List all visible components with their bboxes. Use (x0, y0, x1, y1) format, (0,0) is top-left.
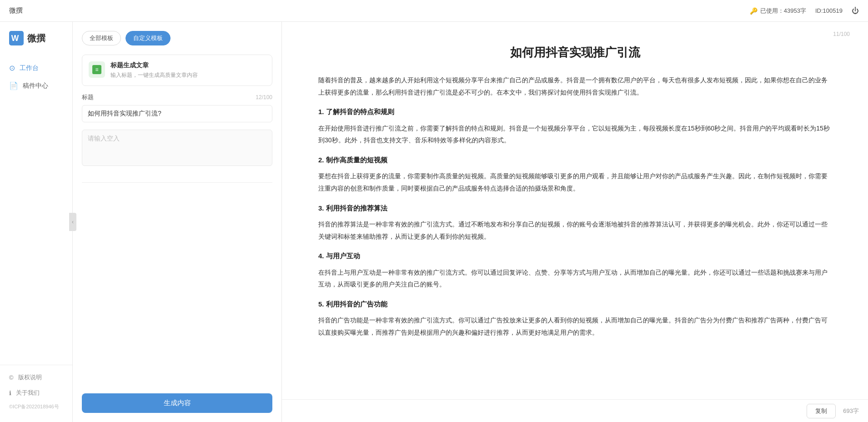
tab-custom[interactable]: 自定义模板 (125, 31, 171, 45)
section-heading-2: 2. 制作高质量的短视频 (318, 154, 832, 167)
copy-button[interactable]: 复制 (807, 404, 836, 418)
topbar-title: 微撰 (9, 6, 23, 15)
usage-info: 🔑 已使用：43953字 (750, 7, 806, 15)
workbench-icon: ⊙ (9, 64, 15, 72)
tab-all[interactable]: 全部模板 (82, 31, 121, 45)
tab-bar: 全部模板 自定义模板 (82, 31, 272, 45)
topbar-right: 🔑 已使用：43953字 ID:100519 ⏻ (750, 7, 859, 15)
left-panel: 全部模板 自定义模板 标题生成文章 输入标题，一键生成高质量文章内容 标题 12… (73, 22, 282, 422)
about-icon: ℹ (9, 390, 11, 397)
template-icon (89, 61, 105, 78)
title-input[interactable] (82, 105, 272, 122)
extra-placeholder[interactable]: 请输入空入 (82, 130, 272, 166)
key-icon: 🔑 (750, 7, 758, 15)
section-heading-4: 4. 与用户互动 (318, 250, 832, 263)
article-content: 11/100 如何用抖音实现推广引流 随着抖音的普及，越来越多的人开始利用这个短… (282, 22, 868, 399)
section-content-1: 在开始使用抖音进行推广引流之前，你需要了解抖音的特点和规则。抖音是一个短视频分享… (318, 122, 832, 146)
copyright-icon: © (9, 374, 14, 381)
title-label: 标题 (82, 93, 94, 101)
sidebar-item-drafts[interactable]: 📄 稿件中心 (0, 77, 72, 95)
right-panel: 11/100 如何用抖音实现推广引流 随着抖音的普及，越来越多的人开始利用这个短… (282, 22, 868, 422)
copyright-label: 版权说明 (18, 373, 42, 382)
intro-paragraph: 随着抖音的普及，越来越多的人开始利用这个短视频分享平台来推广自己的产品或服务。抖… (318, 74, 832, 98)
section-heading-5: 5. 利用抖音的广告功能 (318, 298, 832, 311)
template-desc: 输入标题，一键生成高质量文章内容 (110, 71, 266, 79)
title-count: 12/100 (256, 94, 272, 100)
title-label-row: 标题 12/100 (82, 93, 272, 101)
main-layout: W 微撰 ⊙ 工作台 📄 稿件中心 © 版权说明 ℹ 关于我们 ©ICP备202… (0, 22, 868, 422)
sidebar: W 微撰 ⊙ 工作台 📄 稿件中心 © 版权说明 ℹ 关于我们 ©ICP备202… (0, 22, 73, 422)
sidebar-item-label-workbench: 工作台 (20, 64, 39, 72)
template-info: 标题生成文章 输入标题，一键生成高质量文章内容 (110, 61, 266, 79)
logo-icon: W (9, 31, 24, 45)
section-content-3: 抖音的推荐算法是一种非常有效的推广引流方式。通过不断地发布和分享自己的短视频，你… (318, 218, 832, 242)
user-id: ID:100519 (815, 7, 843, 14)
section-content-5: 抖音的广告功能是一种非常有效的推广引流方式。你可以通过广告投放来让更多的人看到你… (318, 314, 832, 338)
template-icon-inner (92, 65, 101, 74)
collapse-toggle[interactable]: ‹ (69, 213, 76, 231)
section-content-4: 在抖音上与用户互动是一种非常有效的推广引流方式。你可以通过回复评论、点赞、分享等… (318, 266, 832, 291)
svg-text:W: W (11, 34, 19, 43)
logo-text: 微撰 (27, 32, 45, 45)
section-heading-1: 1. 了解抖音的特点和规则 (318, 106, 832, 119)
drafts-icon: 📄 (9, 81, 18, 90)
extra-form-section: 请输入空入 (82, 130, 272, 166)
article-title: 如何用抖音实现推广引流 (318, 45, 832, 60)
logo-area: W 微撰 (0, 31, 72, 59)
generate-button[interactable]: 生成内容 (82, 393, 272, 413)
sidebar-item-label-drafts: 稿件中心 (23, 82, 48, 90)
template-card[interactable]: 标题生成文章 输入标题，一键生成高质量文章内容 (82, 55, 272, 86)
section-content-2: 要想在抖音上获得更多的流量，你需要制作高质量的短视频。高质量的短视频能够吸引更多… (318, 170, 832, 194)
copyright-item[interactable]: © 版权说明 (0, 370, 72, 385)
divider (82, 182, 272, 183)
right-footer: 复制 693字 (282, 399, 868, 422)
article-body: 随着抖音的普及，越来越多的人开始利用这个短视频分享平台来推广自己的产品或服务。抖… (318, 74, 832, 339)
section-heading-3: 3. 利用抖音的推荐算法 (318, 202, 832, 215)
topbar: 微撰 🔑 已使用：43953字 ID:100519 ⏻ (0, 0, 868, 22)
panels-wrapper: 全部模板 自定义模板 标题生成文章 输入标题，一键生成高质量文章内容 标题 12… (73, 22, 868, 422)
about-label: 关于我们 (16, 389, 40, 397)
template-name: 标题生成文章 (110, 61, 266, 70)
about-item[interactable]: ℹ 关于我们 (0, 385, 72, 401)
sidebar-bottom: © 版权说明 ℹ 关于我们 ©ICP备2022018946号 (0, 365, 72, 413)
icp-text: ©ICP备2022018946号 (0, 401, 72, 413)
usage-text: 已使用：43953字 (760, 7, 806, 15)
page-counter: 11/100 (833, 31, 850, 37)
power-icon[interactable]: ⏻ (852, 7, 859, 15)
title-form-section: 标题 12/100 (82, 93, 272, 122)
word-count: 693字 (843, 407, 859, 415)
sidebar-item-workbench[interactable]: ⊙ 工作台 (0, 59, 72, 77)
